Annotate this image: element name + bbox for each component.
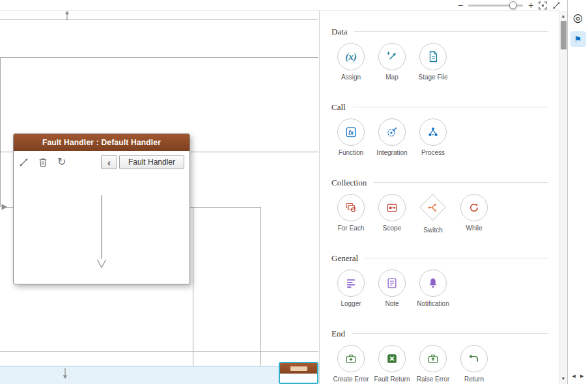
palette-item-label: While xyxy=(466,225,482,232)
palette-item-stage-file[interactable]: Stage File xyxy=(413,43,453,81)
flow-connector-line xyxy=(0,351,318,352)
palette-item-fault-return[interactable]: Fault Return xyxy=(372,345,412,383)
zoom-out-button[interactable]: − xyxy=(458,1,463,10)
raise-error-icon xyxy=(427,352,440,365)
fault-handler-body[interactable] xyxy=(14,173,189,284)
scroll-up-arrow[interactable]: ▲ xyxy=(559,11,567,20)
palette-item-switch[interactable]: Switch xyxy=(413,194,453,234)
note-icon xyxy=(385,277,399,290)
palette-section-data: Data (x) Assign Map xyxy=(320,18,559,93)
palette-item-label: Create Error xyxy=(333,376,369,383)
palette-item-label: Logger xyxy=(341,300,361,307)
palette-item-raise-error[interactable]: Raise Error xyxy=(413,345,453,383)
svg-text:fx: fx xyxy=(348,130,354,136)
create-error-icon xyxy=(344,352,357,365)
while-icon xyxy=(468,201,481,214)
palette-item-label: Switch xyxy=(423,226,442,234)
logger-icon xyxy=(344,277,357,290)
palette-item-assign[interactable]: (x) Assign xyxy=(331,43,371,81)
palette-section-end: End Create Error xyxy=(320,320,559,384)
resize-diagonal-icon[interactable] xyxy=(19,158,29,167)
scope-icon xyxy=(385,201,399,214)
for-each-icon xyxy=(344,201,357,214)
zoom-in-button[interactable]: + xyxy=(528,1,533,10)
assign-icon: (x) xyxy=(345,52,357,62)
palette-item-label: Scope xyxy=(383,225,401,232)
palette-item-process[interactable]: Process xyxy=(413,118,453,156)
integration-icon xyxy=(385,126,399,139)
palette-item-label: Note xyxy=(385,300,399,307)
section-label-data: Data xyxy=(331,27,348,37)
palette-item-label: For Each xyxy=(338,225,365,232)
section-label-collection: Collection xyxy=(331,178,367,188)
section-divider xyxy=(354,31,548,32)
flow-arrow-down-icon xyxy=(61,368,69,380)
palette-item-label: Function xyxy=(339,149,363,156)
fault-handler-nav: ‹ Fault Handler xyxy=(101,155,184,169)
section-label-call: Call xyxy=(331,102,346,113)
palette-item-label: Process xyxy=(421,149,445,156)
selected-node-header xyxy=(280,363,317,374)
palette-scrollbar[interactable]: ▲ ▼ xyxy=(559,11,567,384)
palette-item-label: Map xyxy=(385,74,398,81)
flow-canvas[interactable]: Fault Handler : Default Handler xyxy=(0,0,319,384)
function-icon: fx xyxy=(344,126,357,139)
palette-item-return[interactable]: Return xyxy=(455,345,494,383)
switch-icon xyxy=(427,201,440,214)
fault-handler-window: Fault Handler : Default Handler xyxy=(13,133,190,284)
section-divider xyxy=(365,258,548,258)
palette-item-map[interactable]: Map xyxy=(372,43,412,81)
palette-item-function[interactable]: fx Function xyxy=(331,118,371,156)
palette-section-collection: Collection For Each xyxy=(320,169,559,244)
flag-icon[interactable]: ⚑ xyxy=(570,31,586,47)
refresh-icon[interactable]: ↻ xyxy=(57,157,66,167)
scrollbar-thumb[interactable] xyxy=(561,21,567,49)
palette-item-create-error[interactable]: Create Error xyxy=(331,345,371,383)
section-divider xyxy=(352,107,548,107)
fault-handler-button[interactable]: Fault Handler xyxy=(119,155,184,169)
zoom-slider[interactable] xyxy=(468,5,523,7)
expand-canvas-icon[interactable] xyxy=(552,1,561,10)
section-divider xyxy=(373,182,548,183)
map-icon xyxy=(385,50,399,63)
section-label-general: General xyxy=(331,253,358,264)
palette-item-integration[interactable]: Integration xyxy=(372,118,412,156)
palette-item-label: Integration xyxy=(376,149,407,156)
zoom-slider-handle[interactable] xyxy=(509,1,517,9)
fit-to-selection-icon[interactable] xyxy=(539,1,547,10)
scroll-down-arrow[interactable]: ▼ xyxy=(559,374,567,383)
activity-palette: Data (x) Assign Map xyxy=(319,11,559,384)
palette-item-scope[interactable]: Scope xyxy=(372,194,412,234)
palette-section-call: Call fx Function xyxy=(320,93,559,169)
fault-return-icon xyxy=(385,352,399,365)
palette-item-for-each[interactable]: For Each xyxy=(331,194,371,234)
fault-handler-toolbar: ↻ ‹ Fault Handler xyxy=(14,151,189,173)
selected-activity-node[interactable] xyxy=(279,362,318,384)
palette-item-label: Raise Error xyxy=(417,376,450,383)
right-side-toolbar: ◎ ⚑ xyxy=(567,0,588,384)
canvas-selection-strip xyxy=(0,366,319,384)
section-label-end: End xyxy=(331,329,345,339)
palette-item-label: Stage File xyxy=(418,74,447,81)
target-icon[interactable]: ◎ xyxy=(573,12,583,25)
selected-node-chip xyxy=(290,366,307,371)
palette-item-logger[interactable]: Logger xyxy=(331,269,371,307)
return-icon xyxy=(468,352,481,365)
scroll-left-arrow[interactable]: ◀ xyxy=(572,374,576,379)
notification-icon xyxy=(427,277,440,290)
palette-item-note[interactable]: Note xyxy=(372,269,412,307)
palette-item-label: Return xyxy=(464,376,484,383)
flow-connector-line xyxy=(0,57,1,207)
palette-item-notification[interactable]: Notification xyxy=(413,269,453,307)
palette-item-label: Assign xyxy=(341,74,361,81)
palette-item-while[interactable]: While xyxy=(455,194,494,234)
selected-node-body xyxy=(280,374,317,384)
palette-item-label: Notification xyxy=(417,300,449,307)
scroll-right-arrow[interactable]: ▶ xyxy=(580,374,583,379)
back-button[interactable]: ‹ xyxy=(101,155,117,169)
flow-arrow-down-icon xyxy=(94,194,109,271)
flow-connector-line xyxy=(260,207,261,366)
section-divider xyxy=(352,333,548,334)
fault-handler-title: Fault Handler : Default Handler xyxy=(14,134,189,151)
trash-icon[interactable] xyxy=(38,158,48,167)
